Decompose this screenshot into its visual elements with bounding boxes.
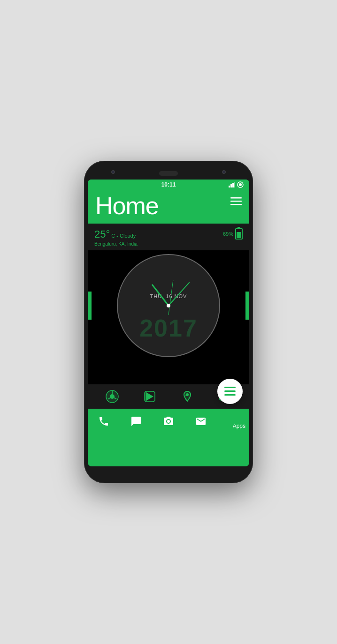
fab-icon: [224, 387, 236, 396]
svg-rect-28: [224, 394, 236, 396]
bottom-nav-bar: Apps Apps: [88, 409, 249, 432]
messages-nav-button[interactable]: [120, 416, 153, 427]
battery-icon: [235, 228, 243, 240]
green-stripe-right: [245, 292, 249, 320]
temperature: 25°: [94, 228, 110, 240]
svg-rect-31: [229, 419, 232, 423]
svg-point-12: [167, 304, 170, 307]
clock-hands-svg: [118, 255, 219, 356]
app-dock: G You Tube: [88, 384, 249, 409]
svg-rect-2: [232, 183, 234, 187]
battery-info: 69%: [223, 228, 243, 240]
svg-point-5: [239, 183, 242, 186]
svg-rect-3: [234, 182, 235, 187]
svg-line-10: [168, 283, 189, 306]
svg-line-11: [168, 280, 173, 315]
status-time: 10:11: [161, 181, 176, 188]
speaker: [159, 171, 178, 176]
battery-percent: 69%: [223, 231, 233, 237]
clock-face: 2017 THU, 16 NOV: [117, 254, 220, 357]
page-title: Home: [95, 194, 159, 218]
svg-rect-7: [230, 201, 242, 202]
data-icon: [237, 181, 244, 188]
svg-line-9: [153, 285, 168, 306]
play-store-icon[interactable]: [141, 388, 158, 405]
phone-top-hardware: [88, 166, 249, 180]
green-stripe-left: [88, 292, 92, 320]
status-bar: 10:11: [88, 180, 249, 190]
svg-rect-30: [234, 413, 238, 417]
camera-nav-button[interactable]: [153, 416, 185, 427]
menu-button[interactable]: [230, 197, 242, 209]
weather-widget: 25° C - Cloudy Bengaluru, KA, India 69%: [88, 224, 249, 250]
email-nav-button[interactable]: [184, 416, 217, 427]
svg-rect-0: [229, 186, 230, 187]
apps-label-text: Apps: [233, 423, 245, 429]
phone-bottom-hardware: [88, 466, 249, 478]
signal-icon: [229, 182, 235, 187]
header: Home: [88, 190, 249, 224]
clock-container: 2017 THU, 16 NOV: [117, 254, 220, 357]
apps-area[interactable]: Apps: [233, 422, 245, 429]
svg-rect-6: [230, 197, 242, 199]
svg-text:G: G: [185, 394, 188, 397]
phone-screen: 10:11 Home: [88, 180, 249, 466]
svg-rect-1: [230, 184, 232, 187]
front-camera: [111, 170, 115, 174]
front-sensor: [222, 170, 226, 174]
svg-rect-29: [229, 413, 232, 417]
fab-menu-button[interactable]: [217, 379, 243, 404]
svg-rect-27: [224, 390, 236, 392]
phone-nav-button[interactable]: [88, 416, 120, 427]
chrome-icon[interactable]: [104, 388, 121, 405]
status-icons: [229, 181, 244, 188]
phone-device: 10:11 Home: [84, 161, 253, 483]
svg-rect-8: [230, 204, 242, 205]
weather-location: Bengaluru, KA, India: [94, 241, 138, 247]
maps-icon[interactable]: G: [179, 388, 196, 405]
clock-widget: 2017 THU, 16 NOV: [88, 250, 249, 361]
svg-rect-26: [224, 387, 236, 388]
weather-desc: C - Cloudy: [111, 233, 136, 239]
